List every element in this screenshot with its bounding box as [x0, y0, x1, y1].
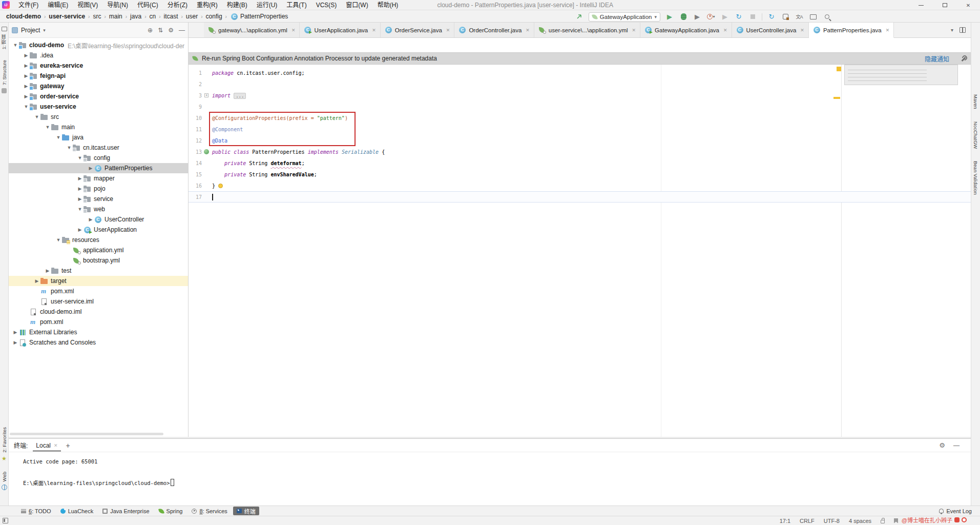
tool-window-button-favorites[interactable]: 2: Favorites: [2, 427, 7, 453]
tool-window-button-web[interactable]: Web: [2, 472, 7, 481]
bean-gutter-icon[interactable]: [202, 149, 211, 154]
close-icon[interactable]: ✕: [446, 28, 450, 33]
coverage-icon[interactable]: ▶: [693, 12, 702, 22]
menu-item-3[interactable]: 视图(V): [73, 2, 102, 9]
tree-item-feign-api[interactable]: ▶feign-api: [9, 71, 188, 81]
tool-window-button-spring[interactable]: Spring: [155, 507, 186, 515]
editor-tab-patternproperties-java[interactable]: CPatternProperties.java✕: [809, 23, 894, 38]
run-icon[interactable]: ▶: [665, 12, 674, 22]
expanded-arrow-icon[interactable]: ▼: [55, 237, 62, 243]
tree-item-java[interactable]: ▼java: [9, 132, 188, 143]
code-line-16[interactable]: 16}: [189, 180, 971, 191]
collapsed-arrow-icon[interactable]: ▶: [23, 94, 30, 99]
tree-item-src[interactable]: ▼src: [9, 112, 188, 122]
editor-tab-ordercontroller-java[interactable]: COrderController.java✕: [454, 23, 534, 37]
breadcrumb-item[interactable]: src: [92, 13, 102, 20]
fold-gutter-icon[interactable]: +: [202, 93, 211, 97]
collapsed-arrow-icon[interactable]: ▶: [23, 73, 30, 78]
tool-window-button-nocchatgw[interactable]: NocChatGW: [973, 122, 978, 149]
editor-tab-gateway-application-yml[interactable]: gateway\...\application.yml✕: [204, 23, 300, 37]
breadcrumb-item[interactable]: cn: [148, 13, 157, 20]
tree-item-pojo[interactable]: ▶pojo: [9, 184, 188, 194]
expanded-arrow-icon[interactable]: ▼: [76, 155, 84, 160]
tool-window-button-8-services[interactable]: 8: Services: [188, 507, 231, 515]
menu-item-5[interactable]: 代码(C): [133, 2, 163, 9]
code-editor[interactable]: 1package cn.itcast.user.config;23+import…: [189, 65, 971, 437]
warning-stripe-mark[interactable]: [837, 67, 841, 71]
bookmark-icon[interactable]: [894, 518, 898, 523]
collapsed-arrow-icon[interactable]: ▶: [87, 166, 94, 171]
tree-item-main[interactable]: ▼main: [9, 122, 188, 132]
presentation-icon[interactable]: [808, 12, 818, 22]
breadcrumb-item[interactable]: PatternProperties: [239, 13, 289, 20]
warning-stripe-mark[interactable]: [833, 97, 840, 99]
tool-window-button--[interactable]: 终端: [233, 507, 259, 515]
tree-item-cloud-demo[interactable]: ▼cloud-demoE:\桌面\learning-files\springcl…: [9, 40, 188, 50]
menu-item-13[interactable]: 帮助(H): [373, 2, 403, 9]
hide-panel-icon[interactable]: —: [179, 27, 185, 34]
collapsed-arrow-icon[interactable]: ▶: [87, 217, 94, 222]
tool-window-button-java-enterprise[interactable]: Java Enterprise: [99, 507, 153, 515]
attach-icon[interactable]: [781, 12, 790, 22]
code-line-13[interactable]: 13public class PatternProperties impleme…: [189, 146, 971, 157]
breadcrumb-item[interactable]: java: [129, 13, 142, 20]
close-icon[interactable]: ✕: [526, 28, 530, 33]
resume-icon[interactable]: ↻: [767, 12, 776, 22]
breadcrumb-item[interactable]: user: [185, 13, 199, 20]
collapsed-arrow-icon[interactable]: ▶: [76, 186, 84, 191]
code-line-11[interactable]: 11@Component: [189, 124, 971, 135]
breadcrumb-item[interactable]: config: [205, 13, 223, 20]
terminal-tab-local[interactable]: Local ✕: [35, 439, 58, 452]
menu-item-8[interactable]: 构建(B): [222, 2, 252, 9]
settings-gear-icon[interactable]: ⚙: [168, 27, 174, 34]
collapsed-arrow-icon[interactable]: ▶: [12, 330, 19, 335]
close-icon[interactable]: ✕: [291, 28, 296, 33]
tool-window-button-6-todo[interactable]: 6: TODO: [17, 507, 55, 515]
tree-item--idea[interactable]: ▶.idea: [9, 50, 188, 60]
menu-item-2[interactable]: 编辑(E): [43, 2, 73, 9]
editor-tab-userapplication-java[interactable]: CUserApplication.java✕: [300, 23, 380, 37]
collapsed-arrow-icon[interactable]: ▶: [76, 176, 84, 181]
navigate-back-icon[interactable]: [575, 12, 584, 22]
settings-gear-icon[interactable]: ⚙: [939, 441, 945, 449]
menu-item-4[interactable]: 导航(N): [102, 2, 133, 9]
lock-icon[interactable]: [881, 520, 885, 523]
expanded-arrow-icon[interactable]: ▼: [55, 135, 62, 140]
tree-item-user-service-iml[interactable]: user-service.iml: [9, 296, 188, 307]
locate-icon[interactable]: ⊕: [148, 27, 153, 34]
breadcrumb-item[interactable]: main: [108, 13, 123, 20]
menu-item-7[interactable]: 重构(R): [192, 2, 222, 9]
hide-notification-link[interactable]: 隐藏通知: [925, 54, 949, 63]
close-icon[interactable]: ✕: [632, 28, 636, 33]
tree-item-config[interactable]: ▼config: [9, 153, 188, 163]
tree-item-order-service[interactable]: ▶order-service: [9, 91, 188, 102]
expanded-arrow-icon[interactable]: ▼: [33, 114, 40, 119]
tree-item-cloud-demo-iml[interactable]: cloud-demo.iml: [9, 307, 188, 317]
editor-tab-gatewayapplication-java[interactable]: CGatewayApplication.java✕: [640, 23, 732, 37]
tree-item-cn-itcast-user[interactable]: ▼cn.itcast.user: [9, 143, 188, 153]
expanded-arrow-icon[interactable]: ▼: [44, 125, 51, 130]
close-icon[interactable]: ✕: [886, 28, 890, 33]
close-button[interactable]: ✕: [956, 0, 980, 10]
horizontal-scrollbar[interactable]: [10, 433, 163, 435]
expanded-arrow-icon[interactable]: ▼: [12, 43, 19, 48]
hide-panel-icon[interactable]: —: [953, 442, 960, 449]
file-encoding[interactable]: UTF-8: [824, 518, 840, 524]
intention-bulb-icon[interactable]: [218, 184, 223, 188]
tree-item-gateway[interactable]: ▶gateway: [9, 81, 188, 91]
tree-item-patternproperties[interactable]: ▶CPatternProperties: [9, 163, 188, 173]
tree-item-scratches-and-consoles[interactable]: ▶Scratches and Consoles: [9, 337, 188, 348]
close-icon[interactable]: ✕: [723, 28, 727, 33]
event-log-button[interactable]: Event Log: [939, 508, 980, 514]
expanded-arrow-icon[interactable]: ▼: [76, 207, 84, 212]
code-line-15[interactable]: 15 private String envSharedValue;: [189, 169, 971, 180]
caret-position[interactable]: 17:1: [780, 518, 790, 524]
code-line-9[interactable]: 9: [189, 101, 971, 112]
tool-window-switcher-icon[interactable]: [3, 518, 8, 523]
split-editor-icon[interactable]: [960, 27, 966, 33]
expanded-arrow-icon[interactable]: ▼: [66, 145, 73, 150]
hidden-tabs-chevron-icon[interactable]: ▾: [951, 27, 953, 33]
tree-item-bootstrap-yml[interactable]: bootstrap.yml: [9, 255, 188, 266]
editor-tab-usercontroller-java[interactable]: CUserController.java✕: [732, 23, 809, 37]
tree-item-service[interactable]: ▶service: [9, 194, 188, 204]
